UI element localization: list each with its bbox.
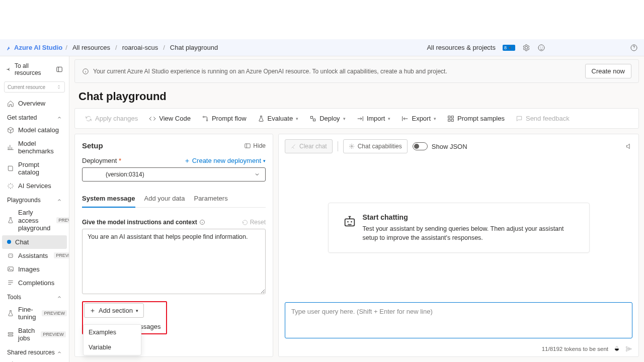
sidebar-item-assistants[interactable]: AssistantsPREVIEW (2, 249, 67, 262)
sidebar-item-early-access[interactable]: Early access playgroundPREVIEW (2, 206, 67, 235)
dropdown-item-variable[interactable]: Variable (84, 340, 141, 355)
add-section-button[interactable]: Add section ▾ (84, 303, 144, 318)
send-icon[interactable] (625, 345, 632, 352)
info-banner: Your current Azure AI Studio experience … (74, 59, 639, 83)
deployment-select[interactable]: (version:0314) (82, 167, 266, 182)
notification-badge[interactable]: 8 (503, 45, 515, 51)
speaker-icon[interactable] (625, 143, 632, 150)
sidebar-item-images[interactable]: Images (2, 262, 67, 276)
resource-selector[interactable]: Current resource (4, 81, 65, 93)
sidebar-item-ai-services[interactable]: AI Services (2, 179, 67, 193)
plus-icon (90, 308, 96, 314)
chat-footer: 11/8192 tokens to be sent (279, 343, 638, 356)
help-icon[interactable] (630, 44, 638, 52)
sidebar-item-model-benchmarks[interactable]: Model benchmarks (2, 137, 67, 158)
product-logo[interactable]: Azure AI Studio (6, 44, 62, 51)
svg-point-23 (351, 146, 352, 147)
tab-add-data[interactable]: Add your data (144, 191, 185, 207)
book-icon (7, 165, 14, 172)
section-playgrounds[interactable]: Playgrounds (2, 193, 67, 206)
sidebar-item-overview[interactable]: Overview (2, 97, 67, 110)
svg-point-14 (206, 120, 207, 121)
sidebar-item-fine-tuning[interactable]: Fine-tuningPREVIEW (2, 303, 67, 324)
sidebar: To all resources Current resource Overvi… (0, 56, 69, 362)
svg-point-7 (10, 255, 10, 256)
system-message-input[interactable] (82, 229, 266, 294)
chevron-down-icon: ▾ (434, 116, 436, 121)
svg-rect-19 (448, 119, 450, 121)
updown-icon (56, 84, 61, 90)
sliders-icon (7, 310, 14, 317)
svg-point-0 (538, 45, 544, 51)
section-get-started[interactable]: Get started (2, 110, 67, 123)
sidebar-item-deployments[interactable]: Deployments (2, 358, 67, 362)
svg-point-2 (542, 47, 542, 47)
view-code-button[interactable]: View Code (144, 111, 196, 126)
prompt-samples-button[interactable]: Prompt samples (442, 111, 510, 126)
deployment-label: Deployment * (82, 157, 121, 164)
chevron-down-icon: ▾ (136, 308, 138, 313)
section-shared[interactable]: Shared resources (2, 345, 67, 358)
code-icon (149, 115, 156, 122)
back-to-resources[interactable]: To all resources (2, 60, 67, 78)
crumb-resource[interactable]: roaroai-scus (122, 44, 158, 51)
tab-parameters[interactable]: Parameters (194, 191, 227, 207)
svg-rect-21 (245, 143, 251, 147)
info-icon (82, 68, 89, 75)
feedback-icon (516, 115, 523, 122)
create-now-button[interactable]: Create now (585, 64, 631, 78)
mic-icon[interactable] (613, 345, 620, 352)
hide-setup-button[interactable]: Hide (244, 142, 266, 149)
image-icon (7, 265, 14, 273)
divider (338, 141, 338, 151)
collapse-sidebar-icon[interactable] (56, 66, 63, 73)
smile-feedback-icon[interactable] (537, 44, 545, 52)
toggle-switch[interactable] (413, 142, 428, 150)
start-chatting-card: Start chatting Test your assistant by se… (328, 203, 590, 253)
dropdown-item-examples[interactable]: Examples (84, 325, 141, 340)
chevron-down-icon: ▾ (296, 116, 298, 121)
create-deployment-link[interactable]: Create new deployment ▾ (184, 157, 266, 164)
tab-system-message[interactable]: System message (82, 191, 135, 207)
sidebar-item-chat[interactable]: Chat (2, 235, 67, 249)
collapse-icon (244, 142, 251, 149)
settings-icon[interactable] (522, 44, 530, 52)
text-icon (7, 279, 14, 286)
sidebar-item-batch-jobs[interactable]: Batch jobsPREVIEW (2, 324, 67, 345)
prompt-flow-button[interactable]: Prompt flow (197, 111, 252, 126)
chevron-down-icon: ▾ (263, 158, 266, 163)
import-button[interactable]: Import▾ (352, 111, 396, 126)
svg-rect-17 (448, 116, 450, 118)
chevron-up-icon (57, 350, 62, 355)
svg-rect-6 (9, 254, 13, 257)
chevron-up-icon (57, 295, 62, 300)
section-tools[interactable]: Tools (2, 290, 67, 303)
info-icon[interactable] (199, 219, 205, 225)
start-body: Test your assistant by sending queries b… (363, 224, 575, 242)
send-feedback-button: Send feedback (511, 111, 575, 126)
crumb-page[interactable]: Chat playground (170, 44, 218, 51)
product-name: Azure AI Studio (14, 44, 62, 51)
deploy-button[interactable]: Deploy▾ (304, 111, 350, 126)
setup-panel: Setup Hide Deployment * Create new deplo… (74, 134, 273, 357)
check-icon (258, 115, 265, 122)
evaluate-button[interactable]: Evaluate▾ (253, 111, 304, 126)
sidebar-item-model-catalog[interactable]: Model catalog (2, 123, 67, 137)
sparkle-icon (7, 183, 14, 190)
chat-capabilities-button[interactable]: Chat capabilities (343, 139, 408, 153)
flow-icon (202, 115, 209, 122)
export-button[interactable]: Export▾ (396, 111, 441, 126)
azure-logo-icon (6, 45, 12, 51)
sidebar-item-prompt-catalog[interactable]: Prompt catalog (2, 158, 67, 179)
crumb-all-resources[interactable]: All resources (72, 44, 110, 51)
svg-rect-4 (57, 67, 62, 71)
import-icon (357, 115, 364, 122)
plus-icon (184, 158, 190, 164)
chat-input[interactable]: Type user query here. (Shift + Enter for… (285, 302, 632, 338)
show-json-toggle[interactable]: Show JSON (413, 142, 467, 150)
sidebar-item-completions[interactable]: Completions (2, 276, 67, 290)
setup-title: Setup (82, 141, 103, 150)
all-resources-link[interactable]: All resources & projects (427, 44, 496, 51)
reset-button[interactable]: Reset (242, 219, 266, 226)
refresh-icon (85, 115, 92, 122)
